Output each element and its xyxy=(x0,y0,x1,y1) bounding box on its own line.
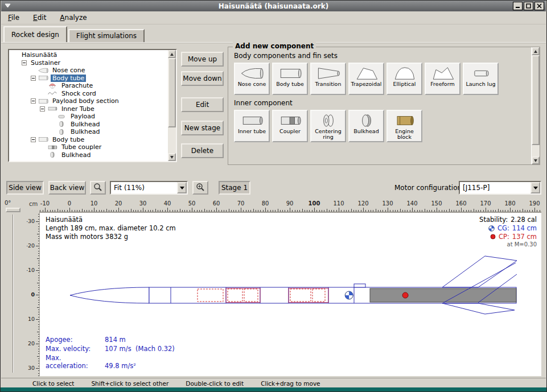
tree-expander-icon[interactable] xyxy=(31,98,36,104)
zoom-out-button[interactable] xyxy=(90,181,106,195)
ruler-tick xyxy=(410,210,410,212)
ruler-tick xyxy=(422,210,422,212)
tree-item-haisun-t[interactable]: Haisunäätä xyxy=(10,51,167,59)
tree-item-sustainer[interactable]: Sustainer xyxy=(10,59,167,67)
component-button-label: Engine block xyxy=(388,129,421,140)
tree-item-inner-tube[interactable]: Inner Tube xyxy=(10,105,167,113)
move-up-button[interactable]: Move up xyxy=(181,52,224,67)
add-elliptical-button[interactable]: Elliptical xyxy=(386,63,422,95)
tree-item-shock-cord[interactable]: Shock cord xyxy=(10,90,167,98)
add-centering-ring-button[interactable]: Centering ring xyxy=(310,110,346,142)
add-inner-tube-button[interactable]: Inner tube xyxy=(234,110,270,142)
tree-scrollbar[interactable] xyxy=(167,50,176,161)
maximize-icon[interactable] xyxy=(524,2,533,10)
ruler-tick xyxy=(273,210,273,212)
delete-button[interactable]: Delete xyxy=(181,143,224,158)
tree-item-parachute[interactable]: Parachute xyxy=(10,82,167,90)
add-trapezoidal-button[interactable]: Trapezoidal xyxy=(348,63,384,95)
statusbar-hint: Click to select xyxy=(32,380,74,387)
combo-dropdown-button[interactable] xyxy=(177,182,187,193)
ruler-tick xyxy=(143,208,143,212)
nosecone-icon xyxy=(239,65,265,81)
ruler-tick xyxy=(412,208,413,212)
add-transition-button[interactable]: Transition xyxy=(310,63,346,95)
ruler-tick xyxy=(463,210,464,212)
move-down-button[interactable]: Move down xyxy=(181,71,224,86)
add-engine-block-button[interactable]: Engine block xyxy=(386,110,422,142)
scrollbar-track[interactable] xyxy=(168,127,176,153)
side-view-button[interactable]: Side view xyxy=(6,181,44,195)
tree-item-nose-cone[interactable]: Nose cone xyxy=(10,67,167,75)
ruler-tick xyxy=(314,208,315,212)
tree-item-bulkhead[interactable]: Bulkhead xyxy=(10,121,167,129)
zoom-in-button[interactable] xyxy=(192,181,208,195)
tree-item-label: Body tube xyxy=(51,75,86,82)
tree-item-tube-coupler[interactable]: Tube coupler xyxy=(10,143,167,151)
ruler-tick xyxy=(468,210,469,212)
add-bulkhead-button[interactable]: Bulkhead xyxy=(348,110,384,142)
ruler-tick xyxy=(207,210,207,212)
add-launch-lug-button[interactable]: Launch lug xyxy=(463,63,499,95)
back-view-button[interactable]: Back view xyxy=(48,181,86,195)
new-stage-button[interactable]: New stage xyxy=(181,121,224,135)
mach-row: at M=0.30 xyxy=(479,241,537,247)
ruler-tick xyxy=(495,210,496,212)
ruler-tick xyxy=(148,210,149,212)
scroll-up-icon[interactable] xyxy=(168,50,176,58)
vruler-number: 0 xyxy=(31,291,35,298)
menu-file[interactable]: File xyxy=(8,14,19,22)
tree-item-body-tube[interactable]: Body tube xyxy=(10,75,167,82)
tree-scrollbar-thumb[interactable] xyxy=(168,58,176,127)
rocket-view-canvas[interactable]: Haisunäätä Length 189 cm, max. diameter … xyxy=(39,212,541,376)
tree-item-label: Tube coupler xyxy=(60,143,103,151)
menu-analyze[interactable]: Analyze xyxy=(60,14,87,22)
scrollbar-track[interactable] xyxy=(532,145,540,156)
add-coupler-button[interactable]: Coupler xyxy=(272,110,308,142)
ruler-tick xyxy=(263,210,264,212)
component-tree-panel: HaisunäätäSustainerNose coneBody tubePar… xyxy=(8,49,177,162)
scroll-up-icon[interactable] xyxy=(532,47,540,55)
tab-rocket-design[interactable]: Rocket design xyxy=(3,26,67,42)
vruler-number: -30 xyxy=(27,218,35,224)
ruler-tick xyxy=(77,210,77,212)
tree-item-bulkhead[interactable]: Bulkhead xyxy=(10,151,167,159)
ruler-tick xyxy=(299,210,300,212)
close-icon[interactable] xyxy=(534,2,544,10)
add-nose-cone-button[interactable]: Nose cone xyxy=(234,63,270,95)
ruler-tick xyxy=(523,209,523,212)
zoom-select[interactable]: Fit (11%) xyxy=(110,181,188,195)
add-body-tube-button[interactable]: Body tube xyxy=(272,63,308,95)
titlebar[interactable]: Haisunäätä (haisunaata.ork) xyxy=(1,1,546,11)
palette-scrollbar[interactable] xyxy=(531,47,540,164)
menu-edit[interactable]: Edit xyxy=(33,14,46,22)
rotation-slider-thumb[interactable] xyxy=(6,208,20,212)
palette-scrollbar-thumb[interactable] xyxy=(532,55,540,145)
hruler-number: 90 xyxy=(286,200,294,207)
combo-dropdown-button[interactable] xyxy=(530,182,540,193)
ruler-tick xyxy=(43,210,43,212)
tree-expander-icon[interactable] xyxy=(31,76,36,81)
minimize-icon[interactable] xyxy=(513,2,523,10)
edit-button[interactable]: Edit xyxy=(181,97,224,112)
stage-1-toggle[interactable]: Stage 1 xyxy=(219,181,250,195)
tree-item-payload-body-section[interactable]: Payload body section xyxy=(10,97,167,105)
ruler-tick xyxy=(356,210,356,212)
ruler-tick xyxy=(327,209,327,212)
rotation-slider-track[interactable] xyxy=(13,214,14,373)
scroll-down-icon[interactable] xyxy=(168,153,176,161)
payload-icon xyxy=(56,113,67,120)
tree-item-bulkhead[interactable]: Bulkhead xyxy=(10,128,167,136)
scroll-down-icon[interactable] xyxy=(532,156,540,164)
tree-item-payload[interactable]: Payload xyxy=(10,113,167,121)
ruler-tick xyxy=(474,209,474,212)
motor-configuration-select[interactable]: [J115-P] xyxy=(459,181,541,195)
ruler-tick xyxy=(476,210,476,212)
tree-expander-icon[interactable] xyxy=(31,137,36,142)
tree-expander-icon[interactable] xyxy=(40,106,45,112)
add-freeform-button[interactable]: Freeform xyxy=(425,63,460,95)
component-tree[interactable]: HaisunäätäSustainerNose coneBody tubePar… xyxy=(10,51,167,161)
tab-flight-simulations[interactable]: Flight simulations xyxy=(68,29,145,42)
shockcord-icon xyxy=(47,90,58,97)
tree-item-body-tube[interactable]: Body tube xyxy=(10,136,167,144)
tree-expander-icon[interactable] xyxy=(22,60,27,65)
